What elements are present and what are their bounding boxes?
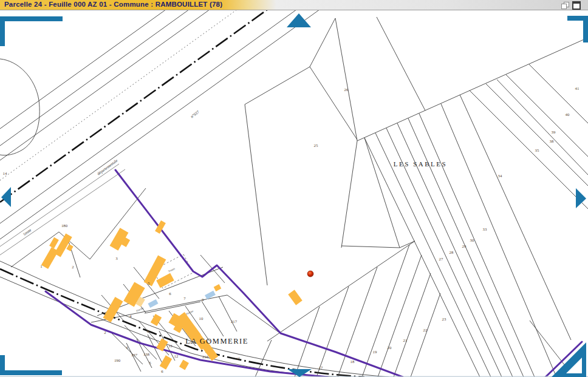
cadastral-map[interactable]: LES SABLESLA GOMMERIEdépartementalen°937… — [0, 0, 588, 377]
map-line — [441, 104, 556, 377]
parcel-number: 20 — [388, 345, 392, 350]
selected-parcel-marker — [307, 271, 313, 277]
map-line — [357, 38, 588, 141]
parcel-number: 11 — [169, 344, 173, 348]
cadastre-viewer: { "window": { "title": "Parcelle 24 - Fe… — [0, 0, 588, 377]
map-line — [0, 164, 119, 246]
map-line — [245, 104, 267, 285]
parcel-number: 41 — [575, 86, 579, 90]
parcel-number: 5 — [148, 281, 150, 285]
parcel-number: 7 — [183, 296, 186, 301]
map-line — [378, 255, 422, 377]
parcel-number: 27 — [439, 257, 443, 261]
parcel-number: 34 — [498, 174, 502, 178]
road-name-label: Sente — [22, 228, 32, 236]
parcel-number: 6 — [161, 369, 163, 373]
feature-label: Piscine — [185, 309, 194, 315]
map-line — [364, 138, 400, 248]
feature-label: Piscine — [135, 306, 144, 312]
parcel-number: 9 — [202, 297, 204, 302]
parcel-number: 15 — [236, 356, 241, 361]
pan-corner-top-right-control[interactable] — [567, 16, 588, 42]
map-line — [419, 114, 535, 377]
map-line — [529, 64, 588, 123]
map-line — [0, 0, 202, 146]
pan-left-arrow[interactable] — [1, 187, 11, 207]
map-line — [227, 295, 279, 333]
parcel-number: 18 — [350, 359, 355, 364]
parcel-number: 33 — [483, 227, 487, 231]
parcel-number: 6 — [169, 291, 171, 296]
parcel-number: 30 — [470, 238, 474, 242]
restore-window-icon[interactable] — [561, 2, 569, 9]
map-line — [310, 67, 357, 140]
map-line — [530, 321, 565, 365]
parcel-boundaries — [0, 0, 588, 377]
map-line — [375, 133, 491, 377]
parcel-number: 217 — [231, 319, 238, 324]
map-line — [486, 84, 588, 186]
pan-corner-bottom-left-control[interactable] — [0, 355, 62, 375]
parcel-number: 8 — [147, 329, 149, 333]
parcel-number: 22 — [423, 328, 428, 332]
labels-layer: LES SABLESLA GOMMERIEdépartementalen°937… — [3, 86, 579, 374]
pan-corner-bottom-right-control[interactable] — [552, 342, 586, 377]
pool-shape — [148, 299, 159, 308]
parcel-number: 29 — [462, 244, 467, 248]
parcel-number: 40 — [566, 112, 570, 117]
pan-corner-top-left-control[interactable] — [0, 16, 63, 46]
place-name-label: LA GOMMERIE — [185, 337, 248, 345]
map-line — [470, 90, 588, 209]
parcel-number: 138 — [143, 352, 150, 356]
map-line — [0, 0, 223, 160]
map-line — [341, 141, 357, 248]
page-title: Parcelle 24 - Feuille 000 AZ 01 - Commun… — [4, 1, 222, 8]
map-line — [341, 246, 400, 248]
parcel-number: 28 — [450, 250, 454, 254]
parcel-number: 13 — [190, 340, 194, 344]
map-line — [0, 0, 333, 239]
parcel-number: 12 — [174, 354, 179, 358]
parcel-number: 21 — [403, 338, 408, 342]
pan-up-arrow[interactable] — [287, 13, 311, 27]
map-line — [0, 59, 39, 155]
building-shape — [156, 273, 174, 288]
map-line — [126, 343, 141, 372]
parcel-number: 137 — [131, 353, 138, 357]
map-line — [0, 0, 281, 202]
map-line — [497, 80, 588, 175]
parcel-number: 10 — [199, 316, 203, 321]
building-shape — [156, 338, 168, 352]
parcel-number: 2 — [72, 265, 74, 269]
building-shape — [49, 237, 59, 248]
parcel-number: 35 — [535, 148, 539, 152]
map-line — [316, 287, 349, 377]
map-line — [362, 245, 409, 377]
parcel-number: 26 — [344, 87, 349, 92]
parcel-number: 190 — [114, 358, 121, 362]
building-shape — [179, 360, 189, 370]
map-line — [400, 241, 415, 248]
parcel-number: 39 — [552, 130, 556, 134]
parcel-number: 14 — [3, 171, 7, 175]
map-line — [377, 17, 425, 110]
parcel-number: 19 — [373, 350, 377, 354]
parcel-number: 38 — [550, 139, 554, 143]
building-shape — [160, 355, 172, 369]
parcel-number: 25 — [314, 143, 318, 148]
parcel-number: 2 — [104, 330, 106, 335]
parcel-number: 180 — [61, 223, 68, 228]
pool-shape — [205, 291, 216, 300]
map-line — [411, 293, 440, 377]
parcel-number: 3 — [115, 256, 118, 260]
building-shape — [41, 247, 58, 269]
maximize-window-icon[interactable] — [572, 1, 581, 10]
title-bar: Parcelle 24 - Feuille 000 AZ 01 - Commun… — [0, 0, 588, 10]
parcel-number: 216 — [202, 355, 209, 359]
building-shape — [288, 290, 302, 305]
parcel-number: 1 — [40, 264, 42, 268]
map-line — [310, 18, 335, 67]
parcel-number: 5 — [149, 361, 151, 365]
map-line — [219, 296, 237, 331]
map-line — [0, 0, 250, 180]
